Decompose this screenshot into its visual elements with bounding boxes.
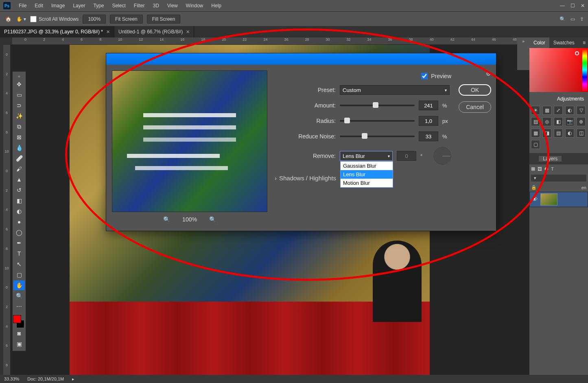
mixer-adj-icon[interactable]: ⊕ [577,117,586,126]
picker-handle[interactable] [575,51,579,55]
gradient-tool-icon[interactable]: ◐ [13,206,25,216]
zoom-tool-icon[interactable]: 🔍 [13,291,25,301]
fill-screen-button[interactable]: Fill Screen [147,15,181,24]
frame-tool-icon[interactable]: ⊠ [13,132,25,142]
layer-row[interactable]: 👁 [529,192,588,207]
noise-input[interactable] [419,131,438,141]
dialog-titlebar[interactable] [106,53,496,65]
menu-image[interactable]: Image [47,3,69,9]
pen-tool-icon[interactable]: ✒ [13,238,25,248]
radius-input[interactable] [419,116,438,126]
hue-adj-icon[interactable]: ▤ [531,117,540,126]
path-tool-icon[interactable]: ↖ [13,259,25,269]
tab-close-icon[interactable]: ✕ [186,29,190,35]
remove-option-motion[interactable]: Motion Blur [341,179,393,187]
invert-adj-icon[interactable]: ◨ [542,129,551,138]
exposure-adj-icon[interactable]: ◐ [565,106,574,115]
visibility-icon[interactable]: 👁 [531,196,538,203]
menu-file[interactable]: File [15,3,31,9]
document-tab-active[interactable]: P1160237.JPG @ 33,3% (Layer 0, RGB/8#) *… [0,26,114,37]
amount-slider[interactable] [340,105,415,106]
crop-tool-icon[interactable]: ⧉ [13,122,25,131]
wand-tool-icon[interactable]: ✨ [13,111,25,121]
foreground-swatch[interactable] [13,315,21,323]
shape-tool-icon[interactable]: ▢ [13,270,25,280]
type-tool-icon[interactable]: T [13,249,25,258]
close-icon[interactable]: ✕ [581,3,585,9]
tab-color[interactable]: Color [529,37,549,48]
minimize-icon[interactable]: — [560,3,565,9]
cancel-button[interactable]: Cancel [459,101,491,113]
preview-image[interactable] [112,70,267,212]
screen-mode-icon[interactable]: ▣ [13,339,25,349]
search-icon[interactable]: 🔍 [560,16,566,22]
levels-adj-icon[interactable]: ▦ [542,106,551,115]
menu-view[interactable]: View [163,3,182,9]
layer-thumbnail[interactable] [540,193,557,206]
status-zoom[interactable]: 33.33% [4,376,19,381]
hue-slider[interactable] [582,49,587,91]
workspace-icon[interactable]: ▭ [571,16,575,22]
gradmap-adj-icon[interactable]: ◫ [577,129,586,138]
preset-select[interactable]: Custom ▾ [340,85,450,95]
curves-adj-icon[interactable]: ⤢ [554,106,563,115]
tab-swatches[interactable]: Swatches [549,37,579,48]
zoom-in-icon[interactable]: 🔍 [209,216,216,223]
fit-screen-button[interactable]: Fit Screen [110,15,143,24]
hand-tool-icon[interactable]: ✋ ▾ [16,16,26,22]
blend-mode-select[interactable]: ▾ [531,175,586,182]
history-brush-icon[interactable]: ↺ [13,185,25,195]
menu-3d[interactable]: 3D [149,3,163,9]
photo-filter-icon[interactable]: 📷 [565,117,574,126]
remove-option-gaussian[interactable]: Gaussian Blur [341,162,393,170]
brightness-adj-icon[interactable]: ☀ [531,106,540,115]
menu-edit[interactable]: Edit [31,3,47,9]
scroll-all-checkbox[interactable] [30,16,37,22]
maximize-icon[interactable]: ☐ [571,3,575,9]
share-icon[interactable]: ⇪ [580,16,584,22]
stamp-tool-icon[interactable]: ▲ [13,175,25,184]
panel-menu-icon[interactable]: ≡ [580,40,588,46]
tab-close-icon[interactable]: ✕ [106,29,110,35]
preview-check[interactable]: Preview [421,73,451,79]
more-tool-icon[interactable]: ⋯ [13,302,25,311]
eyedropper-tool-icon[interactable]: 💧 [13,143,25,153]
mask-mode-icon[interactable]: ◙ [13,328,25,338]
status-doc[interactable]: Doc: 20,1M/20,1M [27,376,64,381]
collapse-icon[interactable]: » [522,39,525,44]
brush-tool-icon[interactable]: 🖌 [13,164,25,174]
angle-dial[interactable] [433,147,451,165]
hand-tool-icon[interactable]: ✋ [13,280,25,290]
layer-filter-icon[interactable]: ▦ [531,166,535,171]
tab-layers[interactable]: Layers [539,156,562,162]
healing-tool-icon[interactable]: 🩹 [13,153,25,163]
scroll-all-check[interactable]: Scroll All Windows [30,16,79,22]
gear-icon[interactable]: ⚙ [486,70,491,77]
lut-adj-icon[interactable]: ▦ [531,129,540,138]
radius-slider[interactable] [340,120,415,122]
eraser-tool-icon[interactable]: ◧ [13,196,25,206]
lasso-tool-icon[interactable]: ⊃ [13,101,25,110]
threshold-adj-icon[interactable]: ◐ [565,129,574,138]
selcolor-adj-icon[interactable]: ▢ [531,140,540,149]
menu-type[interactable]: Type [89,3,108,9]
zoom-display[interactable]: 100% [83,15,106,24]
layer-filter-type-icon[interactable]: T [551,166,554,171]
marquee-tool-icon[interactable]: ▭ [13,90,25,100]
tools-collapse-icon[interactable]: « [13,73,26,79]
lock-icon[interactable]: 🔒 [531,185,537,190]
preview-checkbox[interactable] [421,73,428,79]
document-tab[interactable]: Untitled-1 @ 66,7% (RGB/8#) ✕ [114,26,194,37]
remove-select[interactable]: Lens Blur ▾ Gaussian Blur Lens Blur Moti… [340,151,393,161]
cb-adj-icon[interactable]: ◎ [542,117,551,126]
vibrance-adj-icon[interactable]: ▽ [577,106,586,115]
ok-button[interactable]: OK [459,84,491,96]
home-icon[interactable]: 🏠 [4,15,12,23]
move-tool-icon[interactable]: ✥ [13,79,25,89]
remove-option-lens[interactable]: Lens Blur [341,170,393,179]
menu-filter[interactable]: Filter [130,3,149,9]
tab-channels[interactable] [529,156,539,162]
tab-adjustments[interactable]: Adjustments [529,94,588,104]
menu-layer[interactable]: Layer [69,3,89,9]
blur-tool-icon[interactable]: ● [13,217,25,227]
